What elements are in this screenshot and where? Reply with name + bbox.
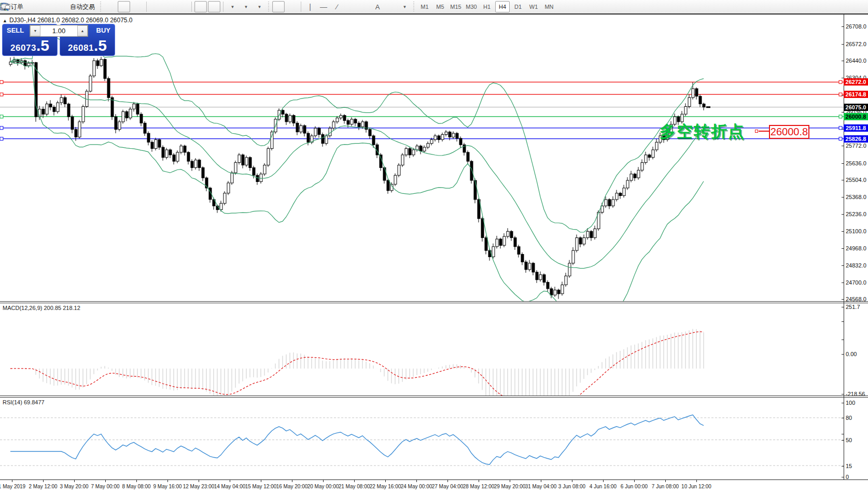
price-box-connector <box>759 131 769 132</box>
crosshair-button[interactable] <box>286 1 298 12</box>
chat-icon <box>0 3 10 11</box>
trendline-button[interactable]: ∕ <box>331 1 343 12</box>
time-axis-tick <box>665 480 666 482</box>
indicators-dropdown-caret[interactable]: ▼ <box>231 5 235 9</box>
rsi-axis-label: 0 <box>846 474 849 480</box>
one-click-trading-panel: SELL 26073.5 BUY 26081.5 ▼ 1.00 ▲ <box>2 24 115 56</box>
line-anchor[interactable] <box>0 115 3 118</box>
timeframe-button-m30[interactable]: M30 <box>464 1 479 12</box>
rsi-pane[interactable] <box>0 398 844 479</box>
vertical-line-button[interactable]: | <box>304 1 316 12</box>
time-axis-label: 16 May 20:00 <box>276 484 308 489</box>
axis-tick <box>842 265 844 266</box>
time-axis-label: 9 May 16:00 <box>153 484 181 489</box>
chart-shift-button[interactable] <box>208 1 220 12</box>
chart-symbol-period: DJ30-,H4 <box>9 17 36 24</box>
macd-pane[interactable] <box>0 303 844 396</box>
time-axis-label: 21 May 08:00 <box>339 484 370 489</box>
line-anchor[interactable] <box>839 115 842 118</box>
time-axis-label: 31 May 04:00 <box>525 484 557 489</box>
volume-value[interactable]: 1.00 <box>40 25 77 36</box>
price-tick-label: 25772.0 <box>846 143 866 149</box>
community-button[interactable] <box>40 1 53 12</box>
price-tick-label: 26708.0 <box>846 23 866 30</box>
time-axis-label: 1 May 2019 <box>0 484 25 489</box>
volume-decrease-button[interactable]: ▼ <box>30 25 40 36</box>
signals-button[interactable] <box>54 1 66 12</box>
search-button[interactable] <box>840 1 852 12</box>
axis-tick <box>842 340 844 340</box>
time-axis-tick <box>136 480 137 482</box>
text-label-button[interactable]: T <box>385 1 397 12</box>
line-anchor[interactable] <box>0 137 3 140</box>
resistance-line-price-badge: 26272.0 <box>844 78 868 86</box>
line-anchor[interactable] <box>839 137 842 140</box>
time-axis-tick <box>696 480 697 482</box>
bar-chart-button[interactable] <box>104 1 117 12</box>
time-axis-tick <box>167 480 168 482</box>
macd-signal-line <box>10 332 704 396</box>
timeframe-button-h1[interactable]: H1 <box>480 1 494 12</box>
axis-tick <box>842 197 844 197</box>
line-anchor[interactable] <box>839 80 842 83</box>
auto-trading-button[interactable]: 自动交易 <box>67 1 97 12</box>
price-tick-label: 26572.0 <box>846 41 866 47</box>
main-chart-pane[interactable] <box>0 15 844 301</box>
arrows-button[interactable]: ▼ <box>398 1 411 12</box>
volume-increase-button[interactable]: ▲ <box>77 25 88 36</box>
templates-button[interactable]: ▼ <box>253 1 265 12</box>
candlestick-chart-button[interactable] <box>118 1 130 12</box>
chat-button[interactable] <box>853 1 866 12</box>
collapse-panel-icon[interactable]: ▲ <box>3 18 7 23</box>
time-axis-label: 10 Jun 12:00 <box>681 484 711 489</box>
timeframe-button-m1[interactable]: M1 <box>417 1 432 12</box>
auto-scroll-button[interactable] <box>194 1 207 12</box>
auto-trading-label: 自动交易 <box>70 3 95 11</box>
periods-dropdown-caret[interactable]: ▼ <box>244 5 248 9</box>
indicators-button[interactable]: ▼ <box>226 1 239 12</box>
time-axis-label: 27 May 04:00 <box>432 484 464 489</box>
time-axis-label: 7 Jun 08:00 <box>652 484 679 489</box>
tile-windows-button[interactable] <box>176 1 189 12</box>
time-axis-tick <box>385 480 386 482</box>
timeframe-button-m15[interactable]: M15 <box>449 1 463 12</box>
price-tick-label: 26440.0 <box>846 58 866 64</box>
line-anchor[interactable] <box>0 80 3 83</box>
equidistant-channel-button[interactable]: E <box>344 1 357 12</box>
chart-high: 26082.0 <box>62 17 84 24</box>
text-icon: A <box>375 3 380 11</box>
timeframe-button-m5[interactable]: M5 <box>433 1 447 12</box>
time-axis-tick <box>43 480 44 482</box>
line-anchor[interactable] <box>0 126 3 130</box>
chart-open: 26081.0 <box>37 17 60 24</box>
horizontal-line-button[interactable]: — <box>317 1 330 12</box>
timeframe-button-h4[interactable]: H4 <box>495 1 510 12</box>
zoom-out-button[interactable] <box>163 1 175 12</box>
toolbar-grip <box>413 2 415 12</box>
timeframe-button-mn[interactable]: MN <box>542 1 556 12</box>
resistance-line-price-badge: 26174.8 <box>844 91 868 98</box>
price-tick-label: 25504.0 <box>846 177 866 183</box>
periods-button[interactable]: ▼ <box>240 1 252 12</box>
price-axis: 26708.026572.026440.026304.026168.026036… <box>844 15 868 479</box>
bollinger-bands[interactable] <box>10 31 704 301</box>
line-chart-button[interactable] <box>131 1 144 12</box>
timeframe-button-w1[interactable]: W1 <box>526 1 541 12</box>
time-axis-tick <box>541 480 541 482</box>
time-axis-label: 15 May 12:00 <box>245 484 277 489</box>
time-axis-tick <box>603 480 604 482</box>
axis-tick <box>842 403 844 403</box>
metaeditor-button[interactable] <box>27 1 39 12</box>
zoom-in-button[interactable] <box>149 1 162 12</box>
fibonacci-button[interactable]: F <box>358 1 370 12</box>
time-axis-tick <box>74 480 75 482</box>
toolbar-separator <box>191 2 192 12</box>
line-anchor[interactable] <box>0 93 3 96</box>
cursor-button[interactable] <box>272 1 285 12</box>
text-button[interactable]: A <box>371 1 384 12</box>
templates-dropdown-caret[interactable]: ▼ <box>258 5 262 9</box>
axis-tick <box>842 44 844 45</box>
axis-tick <box>842 146 844 146</box>
timeframe-button-d1[interactable]: D1 <box>511 1 525 12</box>
arrows-dropdown-caret[interactable]: ▼ <box>403 5 407 9</box>
